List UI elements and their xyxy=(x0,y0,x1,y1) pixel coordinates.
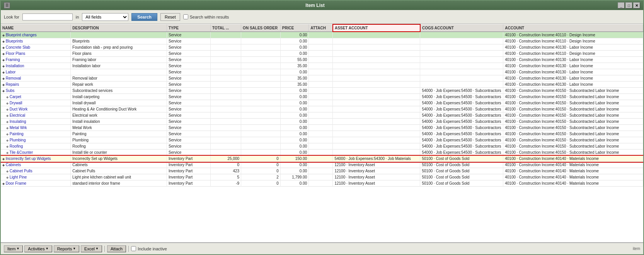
close-button[interactable]: ✕ xyxy=(633,2,640,8)
attach-button[interactable]: Attach xyxy=(107,245,126,252)
reports-button[interactable]: Reports ▼ xyxy=(54,245,79,252)
cell-cogs xyxy=(420,38,503,44)
cell-attach xyxy=(309,44,333,51)
cell-desc: Install drywall xyxy=(71,100,167,106)
cell-account: 40100 · Construction Income:40130 · Labo… xyxy=(503,82,643,88)
cell-desc: Floor plans xyxy=(71,51,167,57)
table-row: ◆ FramingFraming laborService55.0040100 … xyxy=(1,57,643,63)
activities-button[interactable]: Activities ▼ xyxy=(24,245,52,252)
cell-cogs xyxy=(420,63,503,69)
cell-total xyxy=(211,82,241,88)
cell-desc: Cabinet Pulls xyxy=(71,168,167,174)
cell-price: 0.00 xyxy=(280,180,308,187)
cell-name: ◆ Incorrectly Set up Widgets xyxy=(1,156,71,162)
table-row: ◆ Blueprint changesService0.0040100 · Co… xyxy=(1,32,643,38)
cell-attach xyxy=(309,137,333,143)
field-select[interactable]: All fields Name Description Type xyxy=(82,13,128,21)
search-within-checkbox[interactable] xyxy=(183,14,188,19)
in-label: in xyxy=(76,15,79,19)
include-inactive-checkbox[interactable] xyxy=(131,246,136,251)
cell-desc: Install tile or counter xyxy=(71,150,167,156)
cell-type: Inventory Part xyxy=(167,168,210,174)
cell-total xyxy=(211,32,241,38)
col-header-type[interactable]: TYPE xyxy=(167,24,210,32)
cell-total xyxy=(211,38,241,44)
cell-price: 35.00 xyxy=(280,63,308,69)
col-header-desc[interactable]: DESCRIPTION xyxy=(71,24,167,32)
cell-account: 40100 · Construction Income:40150 · Subc… xyxy=(503,112,643,119)
cell-sales xyxy=(241,100,281,106)
cell-total xyxy=(211,112,241,119)
item-arrow-icon: ▼ xyxy=(16,247,19,250)
cell-total xyxy=(211,75,241,82)
cell-cogs xyxy=(420,44,503,51)
look-for-input[interactable] xyxy=(22,14,73,20)
table-row: ◆ DrywallInstall drywallService0.0054000… xyxy=(1,100,643,106)
cell-price: 0.00 xyxy=(280,44,308,51)
col-header-total[interactable]: TOTAL ... xyxy=(211,24,241,32)
col-header-attach[interactable]: ATTACH xyxy=(309,24,333,32)
col-header-cogs[interactable]: COGS ACCOUNT xyxy=(420,24,503,32)
cell-desc: Blueprints xyxy=(71,38,167,44)
cell-total xyxy=(211,150,241,156)
cell-attach xyxy=(309,143,333,150)
cell-type: Service xyxy=(167,51,210,57)
reset-button[interactable]: Reset xyxy=(160,13,180,21)
col-header-asset[interactable]: ASSET ACCOUNT xyxy=(333,24,420,32)
maximize-button[interactable]: □ xyxy=(625,2,632,8)
cell-desc: Metal Work xyxy=(71,125,167,131)
cell-sales xyxy=(241,94,281,100)
activities-arrow-icon: ▼ xyxy=(46,247,49,250)
col-header-name[interactable]: NAME xyxy=(1,24,71,32)
table-row: ◆ Door Framestandard interior door frame… xyxy=(1,180,643,187)
cell-price: 150.00 xyxy=(280,156,308,162)
cell-price: 55.00 xyxy=(280,57,308,63)
cell-asset xyxy=(333,32,420,38)
table-row: ◆ CarpetInstall carpetingService0.005400… xyxy=(1,94,643,100)
cell-account: 40100 · Construction Income:40130 · Labo… xyxy=(503,75,643,82)
cell-sales xyxy=(241,106,281,112)
cell-name: ◆ Floor Plans xyxy=(1,51,71,57)
cell-sales xyxy=(241,131,281,137)
cell-total xyxy=(211,44,241,51)
cell-sales xyxy=(241,57,281,63)
cell-sales xyxy=(241,38,281,44)
col-header-sales[interactable]: ON SALES ORDER xyxy=(241,24,281,32)
cell-attach xyxy=(309,112,333,119)
cell-total xyxy=(211,51,241,57)
item-button[interactable]: Item ▼ xyxy=(4,245,23,252)
table-row: ◆ LaborService0.0040100 · Construction I… xyxy=(1,69,643,75)
cell-type: Service xyxy=(167,38,210,44)
cell-desc xyxy=(71,32,167,38)
minimize-button[interactable]: _ xyxy=(618,2,625,8)
table-row: ◆ RoofingRoofingService0.0054000 · Job E… xyxy=(1,143,643,150)
cell-asset xyxy=(333,143,420,150)
search-button[interactable]: Search xyxy=(131,13,157,21)
col-header-price[interactable]: PRICE xyxy=(280,24,308,32)
col-header-account[interactable]: ACCOUNT xyxy=(503,24,643,32)
cell-sales xyxy=(241,82,281,88)
cell-sales xyxy=(241,119,281,125)
cell-name: ◆ Cabinet Pulls xyxy=(1,168,71,174)
cell-desc: Installation labor xyxy=(71,63,167,69)
cell-desc: Repair work xyxy=(71,82,167,88)
cell-attach xyxy=(309,51,333,57)
table-row: ◆ Concrete SlabFoundation slab - prep an… xyxy=(1,44,643,51)
excel-button[interactable]: Excel ▼ xyxy=(81,245,102,252)
cell-total xyxy=(211,69,241,75)
cell-total xyxy=(211,57,241,63)
cell-price: 35.00 xyxy=(280,82,308,88)
status-item: item xyxy=(633,246,640,251)
cell-name: ◆ Metal Wrk xyxy=(1,125,71,131)
cell-attach xyxy=(309,119,333,125)
cell-attach xyxy=(309,38,333,44)
cell-desc xyxy=(71,69,167,75)
cell-account: 40100 · Construction Income:40150 · Subc… xyxy=(503,131,643,137)
title-bar-controls: _ □ ✕ xyxy=(618,2,640,8)
cell-cogs xyxy=(420,75,503,82)
cell-type: Inventory Part xyxy=(167,180,210,187)
cell-price: 35.00 xyxy=(280,75,308,82)
cell-type: Service xyxy=(167,94,210,100)
cell-type: Inventory Part xyxy=(167,174,210,180)
cell-total xyxy=(211,88,241,94)
